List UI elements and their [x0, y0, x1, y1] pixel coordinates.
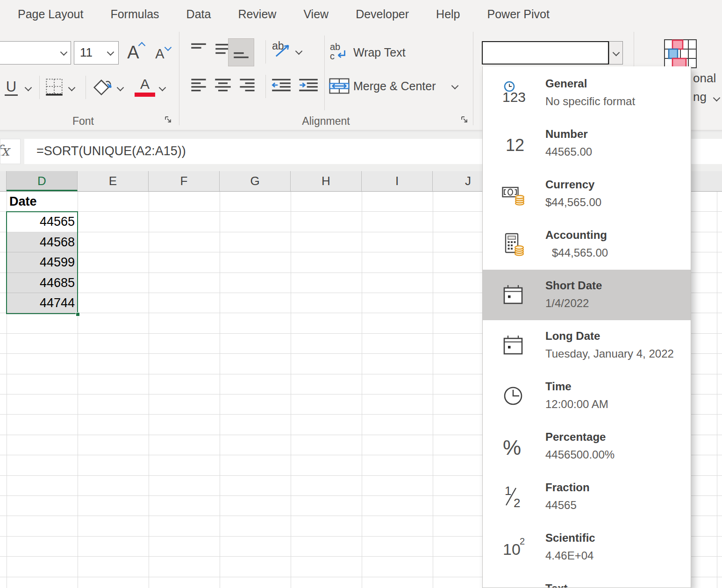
percentage-icon: %	[493, 421, 535, 472]
cell-d1[interactable]: Date	[9, 192, 37, 212]
merge-center-button[interactable]: Merge & Center	[329, 75, 436, 97]
divider	[265, 75, 266, 98]
divider	[39, 76, 40, 99]
fill-color-icon	[91, 77, 113, 97]
short-date-icon	[493, 270, 535, 320]
column-header-f[interactable]: F	[149, 171, 220, 191]
column-header-d[interactable]: D	[7, 171, 78, 191]
fx-icon: fx	[0, 142, 9, 159]
chevron-down-icon[interactable]	[68, 84, 76, 92]
decrease-indent-button[interactable]	[270, 76, 293, 94]
time-icon	[493, 371, 535, 421]
borders-button[interactable]	[43, 76, 65, 98]
number-format-dropdown-button[interactable]	[609, 41, 623, 65]
format-option-currency[interactable]: Currency$44,565.00	[483, 169, 691, 219]
chevron-down-icon[interactable]	[159, 84, 166, 92]
align-left-button[interactable]	[189, 75, 208, 95]
tab-view[interactable]: View	[303, 7, 329, 21]
alignment-dialog-launcher-icon[interactable]	[460, 115, 469, 124]
font-name-combobox[interactable]	[0, 41, 71, 65]
alignment-group-label: Alignment	[179, 115, 473, 128]
scientific-icon: 102	[493, 522, 535, 573]
increase-indent-button[interactable]	[297, 76, 320, 94]
format-option-long-date[interactable]: Long DateTuesday, January 4, 2022	[483, 320, 691, 371]
svg-text:2: 2	[520, 536, 525, 546]
format-option-example: $44,565.00	[545, 196, 601, 209]
long-date-icon	[493, 320, 535, 371]
chevron-down-icon	[613, 49, 620, 57]
tab-developer[interactable]: Developer	[356, 7, 409, 21]
tab-power-pivot[interactable]: Power Pivot	[487, 7, 550, 21]
fill-color-button[interactable]	[90, 75, 114, 99]
format-option-label: Number	[545, 128, 588, 141]
format-option-fraction[interactable]: 12Fraction44565	[483, 472, 691, 522]
format-option-number[interactable]: 12Number44565.00	[483, 118, 691, 169]
conditional-formatting-icon	[664, 39, 697, 68]
formula-text: =SORT(UNIQUE(A2:A15))	[36, 139, 186, 163]
bottom-align-button[interactable]	[228, 38, 254, 66]
wrap-text-label: Wrap Text	[353, 46, 406, 59]
selection-border	[6, 211, 78, 314]
underline-letter: U	[5, 79, 18, 96]
format-option-example: 44565	[545, 499, 577, 512]
format-option-label: Accounting	[545, 229, 607, 242]
format-option-example: $44,565.00	[552, 246, 608, 259]
number-format-combobox[interactable]	[482, 41, 609, 65]
tab-page-layout[interactable]: Page Layout	[18, 7, 83, 21]
format-option-time[interactable]: Time12:00:00 AM	[483, 371, 691, 421]
grow-font-letter: A	[127, 43, 139, 61]
font-size-value: 11	[80, 45, 93, 60]
column-header-e[interactable]: E	[78, 171, 149, 191]
conditional-formatting-button[interactable]	[664, 39, 697, 70]
fill-handle[interactable]	[76, 312, 80, 316]
number-format-dropdown: 123GeneralNo specific format12Number4456…	[482, 66, 691, 588]
format-option-scientific[interactable]: 102Scientific4.46E+04	[483, 522, 691, 573]
merge-center-label: Merge & Center	[353, 79, 436, 93]
grow-font-button[interactable]: A	[121, 39, 146, 65]
number-icon: 12	[493, 118, 535, 169]
group-divider	[473, 32, 473, 125]
chevron-down-icon[interactable]	[25, 84, 32, 92]
format-option-percentage[interactable]: %Percentage4456500.00%	[483, 421, 691, 472]
format-option-short-date[interactable]: Short Date1/4/2022	[483, 270, 691, 320]
font-dialog-launcher-icon[interactable]	[164, 115, 173, 124]
chevron-down-icon[interactable]	[295, 48, 303, 55]
format-option-text[interactable]: Text	[483, 573, 691, 588]
wrap-text-button[interactable]: abc Wrap Text	[330, 41, 406, 64]
format-option-accounting[interactable]: Accounting$44,565.00	[483, 219, 691, 270]
svg-text:%: %	[503, 436, 521, 459]
tab-formulas[interactable]: Formulas	[110, 7, 159, 21]
chevron-down-icon[interactable]	[117, 84, 124, 92]
insert-function-button[interactable]: fx	[0, 139, 21, 164]
underline-button[interactable]: U	[1, 74, 21, 101]
column-header-h[interactable]: H	[291, 171, 362, 191]
svg-text:12: 12	[506, 136, 524, 155]
format-option-general[interactable]: 123GeneralNo specific format	[483, 68, 691, 118]
tab-data[interactable]: Data	[186, 7, 211, 21]
format-option-label: General	[545, 77, 587, 90]
shrink-font-button[interactable]: A	[148, 42, 172, 65]
align-center-button[interactable]	[213, 75, 233, 95]
tab-review[interactable]: Review	[238, 7, 276, 21]
column-header-g[interactable]: G	[220, 171, 291, 191]
format-option-example: 44565.00	[545, 145, 592, 158]
divider	[265, 40, 266, 64]
accounting-icon	[493, 219, 535, 270]
align-right-button[interactable]	[237, 75, 257, 95]
top-align-button[interactable]	[189, 40, 208, 57]
chevron-down-icon[interactable]	[451, 82, 459, 90]
excel-window: Page LayoutFormulasDataReviewViewDevelop…	[0, 0, 722, 588]
divider	[86, 76, 86, 99]
format-option-example: No specific format	[545, 95, 635, 108]
general-icon: 123	[493, 68, 535, 118]
svg-text:123: 123	[502, 89, 526, 105]
format-option-label: Fraction	[545, 481, 590, 494]
tab-help[interactable]: Help	[436, 7, 460, 21]
caret-up-icon	[138, 42, 146, 50]
svg-text:c: c	[330, 51, 335, 61]
svg-text:1: 1	[505, 485, 511, 498]
orientation-button[interactable]: ab	[271, 39, 293, 60]
column-header-i[interactable]: I	[362, 171, 433, 191]
font-color-button[interactable]: A	[132, 73, 158, 101]
column-header-sliver[interactable]	[0, 171, 7, 191]
